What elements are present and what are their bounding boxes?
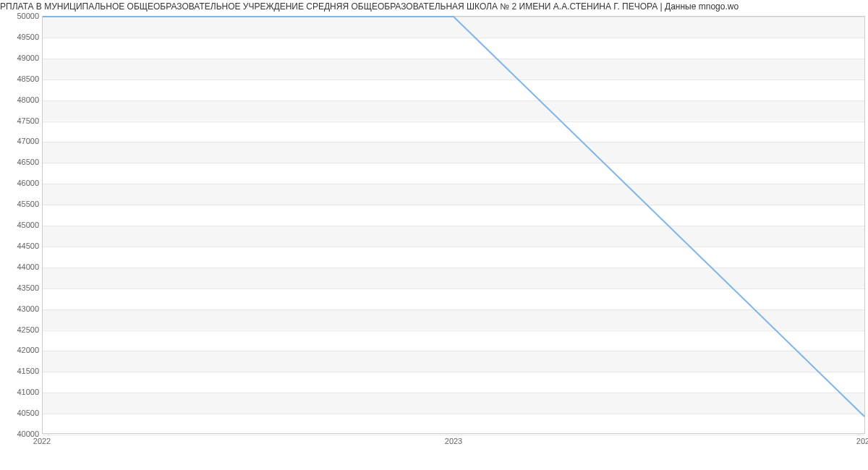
- y-tick-label: 44000: [3, 262, 39, 271]
- series-line: [43, 17, 864, 416]
- y-tick-label: 43000: [3, 304, 39, 313]
- y-tick-label: 46500: [3, 158, 39, 166]
- y-tick-label: 42000: [3, 346, 39, 354]
- line-series-layer: [43, 17, 864, 433]
- chart-title: РПЛАТА В МУНИЦИПАЛЬНОЕ ОБЩЕОБРАЗОВАТЕЛЬН…: [0, 0, 868, 14]
- y-tick-label: 47500: [3, 116, 39, 125]
- x-tick-label: 2022: [33, 437, 51, 445]
- y-tick-label: 43500: [3, 283, 39, 292]
- plot-area: [42, 16, 865, 434]
- y-tick-label: 44500: [3, 242, 39, 250]
- y-tick-label: 49000: [3, 54, 39, 62]
- y-tick-label: 41000: [3, 388, 39, 396]
- y-tick-label: 45500: [3, 200, 39, 208]
- y-tick-label: 40500: [3, 409, 39, 417]
- y-tick-label: 41500: [3, 367, 39, 375]
- chart-container: РПЛАТА В МУНИЦИПАЛЬНОЕ ОБЩЕОБРАЗОВАТЕЛЬН…: [0, 0, 868, 470]
- y-tick-label: 46000: [3, 179, 39, 187]
- grid-line: [43, 435, 864, 435]
- y-tick-label: 48500: [3, 74, 39, 83]
- y-tick-label: 42500: [3, 325, 39, 334]
- y-tick-label: 48000: [3, 95, 39, 104]
- y-tick-label: 49500: [3, 33, 39, 41]
- x-tick-label: 2024: [856, 437, 868, 445]
- y-tick-label: 45000: [3, 221, 39, 229]
- x-tick-label: 2023: [445, 437, 462, 445]
- y-tick-label: 50000: [3, 12, 39, 20]
- y-tick-label: 47000: [3, 137, 39, 145]
